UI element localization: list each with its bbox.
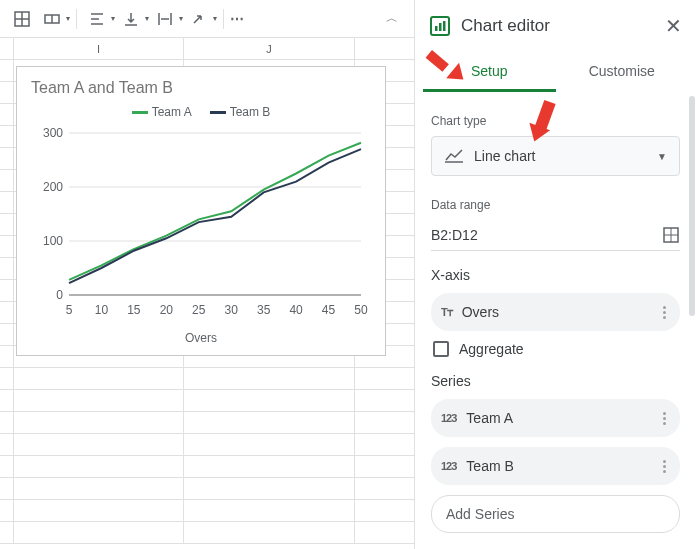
number-type-icon: 123 bbox=[441, 460, 456, 472]
valign-button[interactable] bbox=[117, 5, 145, 33]
aggregate-label: Aggregate bbox=[459, 341, 524, 357]
x-axis-heading: X-axis bbox=[431, 267, 680, 283]
more-options-icon[interactable] bbox=[659, 306, 670, 319]
more-options-icon[interactable] bbox=[659, 412, 670, 425]
series-chip[interactable]: 123 Team A bbox=[431, 399, 680, 437]
panel-scrollbar[interactable] bbox=[688, 92, 696, 549]
chart-editor-panel: Chart editor ✕ Setup Customise Chart typ… bbox=[414, 0, 696, 549]
chart-plot: 01002003005101520253035404550 bbox=[31, 125, 371, 325]
rotate-button[interactable] bbox=[185, 5, 213, 33]
chart-type-dropdown[interactable]: Line chart ▼ bbox=[431, 136, 680, 176]
data-range-input[interactable]: B2:D12 bbox=[431, 227, 662, 243]
caret-down-icon: ▾ bbox=[111, 14, 115, 23]
panel-title: Chart editor bbox=[461, 16, 550, 36]
merge-button[interactable] bbox=[38, 5, 66, 33]
line-chart-icon bbox=[444, 148, 464, 164]
legend-item: Team A bbox=[152, 105, 192, 119]
aggregate-checkbox[interactable] bbox=[433, 341, 449, 357]
caret-down-icon: ▾ bbox=[145, 14, 149, 23]
close-icon[interactable]: ✕ bbox=[665, 14, 682, 38]
more-options-icon[interactable] bbox=[659, 460, 670, 473]
col-header[interactable]: I bbox=[14, 38, 184, 59]
chart-legend: Team A Team B bbox=[25, 105, 377, 119]
add-series-button[interactable]: Add Series bbox=[431, 495, 680, 533]
legend-item: Team B bbox=[230, 105, 271, 119]
tab-setup[interactable]: Setup bbox=[423, 52, 556, 92]
data-range-label: Data range bbox=[431, 198, 680, 212]
text-type-icon: Tᴛ bbox=[441, 306, 452, 319]
more-button[interactable]: ⋯ bbox=[230, 11, 246, 27]
chart-editor-icon bbox=[429, 15, 451, 37]
halign-button[interactable] bbox=[83, 5, 111, 33]
tab-customise[interactable]: Customise bbox=[556, 52, 689, 92]
svg-rect-19 bbox=[443, 21, 446, 31]
embedded-chart[interactable]: Team A and Team B Team A Team B 01002003… bbox=[16, 66, 386, 356]
select-range-icon[interactable] bbox=[662, 226, 680, 244]
separator bbox=[76, 9, 77, 29]
separator bbox=[223, 9, 224, 29]
series-chip[interactable]: 123 Team B bbox=[431, 447, 680, 485]
svg-rect-18 bbox=[439, 23, 442, 31]
col-header[interactable]: J bbox=[184, 38, 354, 59]
x-axis-chip[interactable]: Tᴛ Overs bbox=[431, 293, 680, 331]
chart-title: Team A and Team B bbox=[31, 79, 377, 97]
svg-rect-17 bbox=[435, 26, 438, 31]
wrap-button[interactable] bbox=[151, 5, 179, 33]
caret-down-icon: ▼ bbox=[657, 151, 667, 162]
x-axis-title: Overs bbox=[25, 331, 377, 345]
caret-down-icon: ▾ bbox=[179, 14, 183, 23]
chart-type-label: Chart type bbox=[431, 114, 680, 128]
collapse-toolbar-button[interactable]: ︿ bbox=[386, 10, 398, 27]
number-type-icon: 123 bbox=[441, 412, 456, 424]
series-heading: Series bbox=[431, 373, 680, 389]
caret-down-icon: ▾ bbox=[66, 14, 70, 23]
borders-button[interactable] bbox=[8, 5, 36, 33]
caret-down-icon: ▾ bbox=[213, 14, 217, 23]
